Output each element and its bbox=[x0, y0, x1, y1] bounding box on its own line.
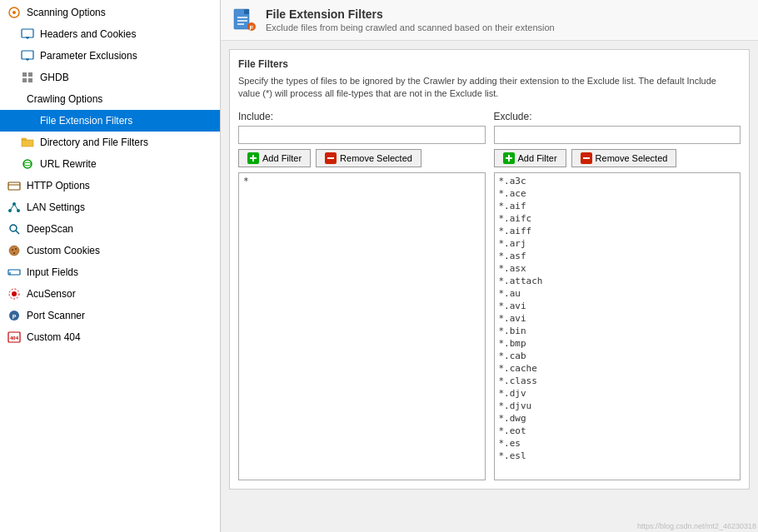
list-item[interactable]: * bbox=[241, 175, 483, 187]
svg-line-19 bbox=[10, 204, 14, 211]
sidebar-item-custom-404[interactable]: 404Custom 404 bbox=[0, 326, 220, 348]
include-buttons: Add Filter Remove Selected bbox=[238, 149, 486, 167]
file-filters-panel: File Filters Specify the types of files … bbox=[229, 49, 750, 490]
deepscan-label: DeepScan bbox=[27, 223, 73, 235]
exclude-remove-button[interactable]: Remove Selected bbox=[571, 149, 677, 167]
crawling-options-icon bbox=[7, 92, 22, 107]
header-title: File Extension Filters bbox=[266, 7, 555, 21]
sidebar-item-lan-settings[interactable]: LAN Settings bbox=[0, 196, 220, 218]
sidebar-item-file-extension-filters[interactable]: File Extension Filters bbox=[0, 110, 220, 132]
file-extension-filters-icon bbox=[20, 113, 35, 128]
list-item[interactable]: *.djv bbox=[496, 387, 739, 400]
svg-rect-9 bbox=[28, 72, 32, 77]
sidebar-item-input-fields[interactable]: Input Fields bbox=[0, 261, 220, 283]
include-input[interactable] bbox=[238, 126, 486, 144]
list-item[interactable]: *.esl bbox=[496, 450, 739, 462]
panel-title: File Filters bbox=[238, 58, 741, 70]
port-scanner-icon: P bbox=[7, 308, 22, 323]
list-item[interactable]: *.dwg bbox=[496, 412, 739, 425]
list-item[interactable]: *.class bbox=[496, 375, 739, 387]
exclude-add-icon bbox=[503, 152, 515, 164]
sidebar: Scanning OptionsHeaders and CookiesParam… bbox=[0, 0, 221, 532]
include-column: Include: Add Filter bbox=[238, 111, 486, 480]
sidebar-item-scanning-options[interactable]: Scanning Options bbox=[0, 2, 220, 23]
parameter-exclusions-icon bbox=[20, 48, 35, 63]
http-options-label: HTTP Options bbox=[27, 180, 90, 191]
list-item[interactable]: *.asx bbox=[496, 262, 739, 275]
exclude-add-button[interactable]: Add Filter bbox=[494, 149, 566, 167]
include-list[interactable]: * bbox=[238, 172, 486, 480]
custom-404-label: Custom 404 bbox=[27, 331, 81, 343]
sidebar-item-port-scanner[interactable]: PPort Scanner bbox=[0, 305, 220, 326]
headers-and-cookies-label: Headers and Cookies bbox=[40, 28, 136, 40]
lan-settings-icon bbox=[7, 200, 22, 215]
list-item[interactable]: *.eot bbox=[496, 425, 739, 437]
input-fields-icon bbox=[7, 265, 22, 280]
sidebar-item-http-options[interactable]: HTTP Options bbox=[0, 175, 220, 196]
svg-rect-36 bbox=[244, 9, 249, 14]
custom-cookies-icon bbox=[7, 243, 22, 258]
panel-description: Specify the types of files to be ignored… bbox=[238, 75, 741, 101]
parameter-exclusions-label: Parameter Exclusions bbox=[40, 50, 137, 62]
filters-row: Include: Add Filter bbox=[238, 111, 741, 480]
header-text: File Extension Filters Exclude files fro… bbox=[266, 7, 555, 32]
include-label: Include: bbox=[238, 111, 486, 122]
main-content: F File Extension Filters Exclude files f… bbox=[221, 0, 758, 532]
exclude-input[interactable] bbox=[494, 126, 741, 144]
sidebar-item-ghdb[interactable]: GHDB bbox=[0, 67, 220, 88]
file-extension-filters-label: File Extension Filters bbox=[40, 115, 132, 127]
svg-rect-14 bbox=[8, 182, 20, 190]
list-item[interactable]: *.au bbox=[496, 287, 739, 300]
header-icon: F bbox=[231, 7, 257, 33]
http-options-icon bbox=[7, 178, 22, 193]
sidebar-item-deepscan[interactable]: DeepScan bbox=[0, 218, 220, 240]
sidebar-item-url-rewrite[interactable]: URL Rewrite bbox=[0, 153, 220, 175]
svg-point-23 bbox=[9, 246, 19, 256]
exclude-list[interactable]: *.a3c*.ace*.aif*.aifc*.aiff*.arj*.asf*.a… bbox=[494, 172, 741, 480]
sidebar-item-acusensor[interactable]: AcuSensor bbox=[0, 283, 220, 305]
list-item[interactable]: *.ace bbox=[496, 187, 739, 200]
sidebar-item-headers-and-cookies[interactable]: Headers and Cookies bbox=[0, 23, 220, 45]
list-item[interactable]: *.cache bbox=[496, 362, 739, 375]
list-item[interactable]: *.arj bbox=[496, 237, 739, 250]
exclude-column: Exclude: Add Filter bbox=[494, 111, 741, 480]
acusensor-label: AcuSensor bbox=[27, 288, 76, 300]
lan-settings-label: LAN Settings bbox=[27, 201, 85, 213]
list-item[interactable]: *.attach bbox=[496, 275, 739, 287]
svg-text:F: F bbox=[250, 24, 254, 32]
include-add-button[interactable]: Add Filter bbox=[238, 149, 311, 167]
svg-text:P: P bbox=[12, 314, 17, 320]
sidebar-item-directory-and-file-filters[interactable]: Directory and File Filters bbox=[0, 132, 220, 153]
list-item[interactable]: *.avi bbox=[496, 312, 739, 325]
svg-point-1 bbox=[12, 11, 16, 14]
svg-point-25 bbox=[15, 248, 17, 250]
list-item[interactable]: *.djvu bbox=[496, 400, 739, 412]
list-item[interactable]: *.a3c bbox=[496, 175, 739, 187]
ghdb-icon bbox=[20, 70, 35, 85]
sidebar-item-crawling-options[interactable]: Crawling Options bbox=[0, 88, 220, 110]
include-remove-button[interactable]: Remove Selected bbox=[316, 149, 421, 167]
exclude-buttons: Add Filter Remove Selected bbox=[494, 149, 741, 167]
list-item[interactable]: *.aifc bbox=[496, 212, 739, 225]
acusensor-icon bbox=[7, 286, 22, 301]
svg-rect-2 bbox=[22, 29, 33, 37]
svg-rect-11 bbox=[28, 78, 32, 82]
svg-text:404: 404 bbox=[10, 336, 19, 341]
list-item[interactable]: *.es bbox=[496, 437, 739, 450]
url-rewrite-icon bbox=[20, 157, 35, 172]
list-item[interactable]: *.aif bbox=[496, 200, 739, 212]
list-item[interactable]: *.asf bbox=[496, 250, 739, 262]
list-item[interactable]: *.aiff bbox=[496, 225, 739, 237]
content-header: F File Extension Filters Exclude files f… bbox=[221, 0, 758, 41]
list-item[interactable]: *.bmp bbox=[496, 337, 739, 350]
list-item[interactable]: *.avi bbox=[496, 300, 739, 312]
svg-point-24 bbox=[12, 249, 13, 251]
list-item[interactable]: *.bin bbox=[496, 325, 739, 337]
list-item[interactable]: *.cab bbox=[496, 350, 739, 362]
sidebar-item-custom-cookies[interactable]: Custom Cookies bbox=[0, 240, 220, 261]
sidebar-item-parameter-exclusions[interactable]: Parameter Exclusions bbox=[0, 45, 220, 67]
exclude-add-label: Add Filter bbox=[518, 153, 557, 163]
svg-rect-8 bbox=[22, 72, 27, 77]
exclude-remove-icon bbox=[581, 152, 592, 164]
svg-rect-5 bbox=[22, 51, 33, 59]
